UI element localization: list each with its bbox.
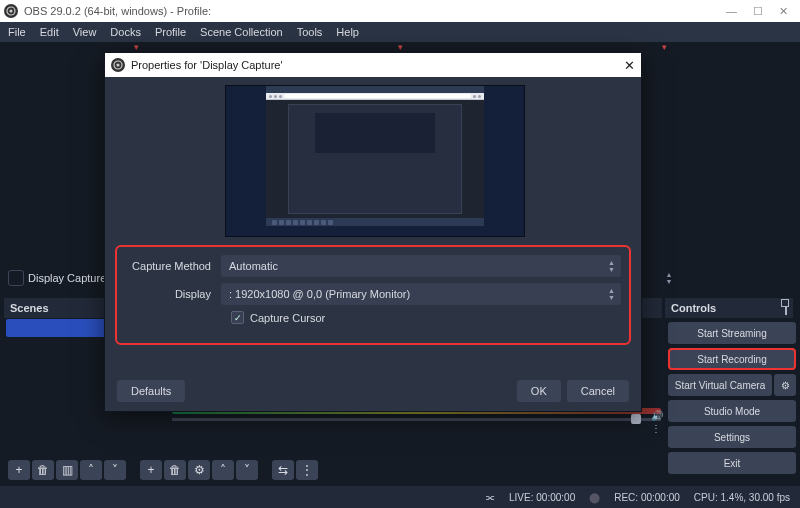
source-props-button[interactable]: ⚙ xyxy=(188,460,210,480)
scenes-toolbar: + 🗑 ▥ ˄ ˅ xyxy=(4,460,130,480)
display-row: Display : 1920x1080 @ 0,0 (Primary Monit… xyxy=(125,283,621,305)
popout-icon[interactable] xyxy=(785,302,787,314)
menu-scene-collection[interactable]: Scene Collection xyxy=(200,26,283,38)
capture-method-label: Capture Method xyxy=(125,260,221,272)
menu-file[interactable]: File xyxy=(8,26,26,38)
menu-docks[interactable]: Docks xyxy=(110,26,141,38)
scene-down-button[interactable]: ˅ xyxy=(104,460,126,480)
dialog-titlebar: Properties for 'Display Capture' ✕ xyxy=(105,53,641,77)
start-virtual-camera-button[interactable]: Start Virtual Camera xyxy=(668,374,772,396)
source-down-button[interactable]: ˅ xyxy=(236,460,258,480)
capture-cursor-row: ✓ Capture Cursor xyxy=(231,311,621,324)
transitions-toolbar: ⇆ ⋮ xyxy=(268,460,322,480)
start-streaming-button[interactable]: Start Streaming xyxy=(668,322,796,344)
settings-button[interactable]: Settings xyxy=(668,426,796,448)
capture-form-highlight: Capture Method Automatic ▲▼ Display : 19… xyxy=(115,245,631,345)
minimize-button[interactable]: — xyxy=(726,5,737,18)
transition-more-button[interactable]: ⋮ xyxy=(296,460,318,480)
studio-mode-button[interactable]: Studio Mode xyxy=(668,400,796,422)
audio-more-icon[interactable]: ⋮ xyxy=(651,423,663,434)
scene-delete-button[interactable]: 🗑 xyxy=(32,460,54,480)
capture-method-value: Automatic xyxy=(229,260,278,272)
network-icon: ⫘ xyxy=(485,492,495,503)
speaker-icon[interactable]: 🔊 xyxy=(651,410,663,421)
menu-edit[interactable]: Edit xyxy=(40,26,59,38)
exit-button[interactable]: Exit xyxy=(668,452,796,474)
controls-label: Controls xyxy=(671,302,716,314)
select-arrows-icon: ▲▼ xyxy=(608,287,615,301)
source-delete-button[interactable]: 🗑 xyxy=(164,460,186,480)
ok-button[interactable]: OK xyxy=(517,380,561,402)
sources-toolbar: + 🗑 ⚙ ˄ ˅ xyxy=(136,460,262,480)
dialog-body: Capture Method Automatic ▲▼ Display : 19… xyxy=(105,77,641,371)
menu-bar: File Edit View Docks Profile Scene Colle… xyxy=(0,22,800,42)
controls-header: Controls xyxy=(665,298,793,318)
properties-dialog: Properties for 'Display Capture' ✕ Captu… xyxy=(104,52,642,412)
dialog-close-button[interactable]: ✕ xyxy=(624,58,635,73)
audio-volume-slider[interactable] xyxy=(172,418,661,421)
window-title: OBS 29.0.2 (64-bit, windows) - Profile: xyxy=(24,5,211,17)
capture-cursor-label: Capture Cursor xyxy=(250,312,325,324)
bottom-toolbars: + 🗑 ▥ ˄ ˅ + 🗑 ⚙ ˄ ˅ ⇆ ⋮ xyxy=(4,458,661,482)
scene-up-button[interactable]: ˄ xyxy=(80,460,102,480)
preview-browser-window xyxy=(266,86,484,226)
window-controls: — ☐ ✕ xyxy=(726,5,796,18)
source-up-button[interactable]: ˄ xyxy=(212,460,234,480)
start-recording-button[interactable]: Start Recording xyxy=(668,348,796,370)
dialog-footer: Defaults OK Cancel xyxy=(105,371,641,411)
display-value: : 1920x1080 @ 0,0 (Primary Monitor) xyxy=(229,288,410,300)
source-updown-icon[interactable]: ▲▼ xyxy=(662,270,676,286)
menu-view[interactable]: View xyxy=(73,26,97,38)
rec-dot-icon: ⬤ xyxy=(589,492,600,503)
source-add-button[interactable]: + xyxy=(140,460,162,480)
scene-add-button[interactable]: + xyxy=(8,460,30,480)
controls-column: Start Streaming Start Recording Start Vi… xyxy=(668,322,796,474)
svg-point-3 xyxy=(116,63,119,66)
svg-point-1 xyxy=(9,9,12,12)
rec-status: REC: 00:00:00 xyxy=(614,492,680,503)
display-select[interactable]: : 1920x1080 @ 0,0 (Primary Monitor) ▲▼ xyxy=(221,283,621,305)
source-checkbox[interactable] xyxy=(8,270,24,286)
timeline-markers: ▾▾▾ xyxy=(4,42,796,50)
transition-settings-button[interactable]: ⇆ xyxy=(272,460,294,480)
virtual-camera-settings-button[interactable]: ⚙ xyxy=(774,374,796,396)
close-button[interactable]: ✕ xyxy=(779,5,788,18)
capture-preview xyxy=(225,85,525,237)
capture-method-row: Capture Method Automatic ▲▼ xyxy=(125,255,621,277)
cpu-status: CPU: 1.4%, 30.00 fps xyxy=(694,492,790,503)
menu-tools[interactable]: Tools xyxy=(297,26,323,38)
capture-method-select[interactable]: Automatic ▲▼ xyxy=(221,255,621,277)
defaults-button[interactable]: Defaults xyxy=(117,380,185,402)
source-label: Display Capture xyxy=(28,272,106,284)
menu-profile[interactable]: Profile xyxy=(155,26,186,38)
dialog-title: Properties for 'Display Capture' xyxy=(131,59,283,71)
display-label: Display xyxy=(125,288,221,300)
capture-cursor-checkbox[interactable]: ✓ xyxy=(231,311,244,324)
scene-filter-button[interactable]: ▥ xyxy=(56,460,78,480)
maximize-button[interactable]: ☐ xyxy=(753,5,763,18)
audio-icons: 🔊 ⋮ xyxy=(651,410,663,434)
window-titlebar: OBS 29.0.2 (64-bit, windows) - Profile: … xyxy=(0,0,800,22)
menu-help[interactable]: Help xyxy=(336,26,359,38)
status-bar: ⫘ LIVE: 00:00:00 ⬤ REC: 00:00:00 CPU: 1.… xyxy=(0,486,800,508)
obs-logo-icon xyxy=(111,58,125,72)
obs-logo-icon xyxy=(4,4,18,18)
live-status: LIVE: 00:00:00 xyxy=(509,492,575,503)
cancel-button[interactable]: Cancel xyxy=(567,380,629,402)
select-arrows-icon: ▲▼ xyxy=(608,259,615,273)
